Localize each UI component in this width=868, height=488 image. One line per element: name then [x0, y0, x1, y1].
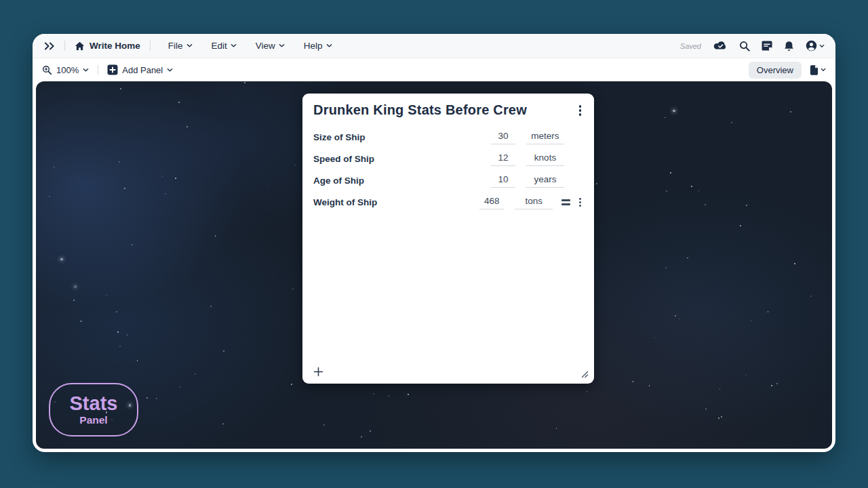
chevron-down-icon	[167, 68, 173, 73]
stat-row: Speed of Ship 12 knots	[302, 148, 594, 170]
home-icon	[75, 41, 85, 51]
stat-label[interactable]: Speed of Ship	[313, 154, 491, 164]
star	[810, 296, 812, 297]
menu-edit-label: Edit	[212, 41, 227, 51]
home-label: Write Home	[90, 41, 140, 51]
star	[267, 184, 269, 185]
notes-button[interactable]	[762, 41, 772, 51]
collapse-sidebar-button[interactable]	[43, 41, 55, 51]
stat-unit-input[interactable]: years	[526, 174, 564, 188]
page-menu-button[interactable]	[810, 65, 826, 75]
cloud-check-icon	[713, 41, 728, 51]
stat-value-input[interactable]: 10	[491, 174, 515, 188]
star	[587, 391, 588, 392]
star	[556, 428, 557, 429]
canvas[interactable]: Drunken King Stats Before Crew Size of S…	[36, 81, 832, 449]
add-panel-button[interactable]: Add Panel	[107, 64, 173, 75]
home-button[interactable]: Write Home	[75, 41, 140, 51]
stat-unit-input[interactable]: knots	[526, 152, 564, 166]
panel-menu-button[interactable]	[577, 102, 584, 119]
star	[132, 244, 133, 245]
star	[49, 196, 50, 197]
row-menu-button[interactable]	[577, 195, 583, 209]
stat-label[interactable]: Weight of Ship	[313, 197, 479, 207]
stat-unit-input[interactable]: tons	[515, 195, 553, 209]
menu-help[interactable]: Help	[302, 38, 334, 54]
separator	[64, 41, 65, 51]
star	[654, 338, 656, 339]
star	[124, 188, 125, 189]
star	[119, 346, 121, 347]
star	[74, 285, 77, 288]
star	[666, 190, 667, 192]
star	[705, 204, 706, 205]
star	[718, 418, 719, 419]
menu-file[interactable]: File	[167, 38, 194, 54]
add-row-button[interactable]	[311, 365, 326, 378]
stat-label[interactable]: Size of Ship	[313, 132, 491, 142]
menubar: Write Home File Edit View Help	[33, 34, 835, 58]
chevron-down-icon	[819, 44, 825, 48]
drag-handle-icon[interactable]	[561, 197, 571, 207]
notifications-button[interactable]	[784, 41, 794, 52]
chevron-down-icon	[326, 43, 332, 48]
resize-handle[interactable]	[579, 369, 590, 380]
badge-subtitle: Panel	[79, 413, 107, 426]
overview-button[interactable]: Overview	[749, 62, 802, 79]
star	[675, 315, 676, 317]
star	[54, 167, 55, 168]
star	[731, 122, 732, 123]
user-circle-icon	[806, 40, 817, 52]
star	[649, 385, 650, 386]
star	[175, 178, 176, 179]
star	[292, 289, 294, 290]
stats-panel-badge[interactable]: Stats Panel	[49, 383, 138, 436]
zoom-control[interactable]: 100%	[42, 65, 89, 75]
stat-value-input[interactable]: 12	[491, 152, 515, 166]
star	[223, 350, 224, 352]
stat-label[interactable]: Age of Ship	[313, 176, 491, 186]
chevron-down-icon	[186, 43, 193, 48]
star	[178, 102, 180, 103]
star	[771, 385, 772, 386]
star	[222, 424, 224, 425]
star	[117, 331, 119, 333]
double-chevron-right-icon	[43, 41, 55, 51]
zoom-level: 100%	[56, 65, 79, 75]
panel-title[interactable]: Drunken King Stats Before Crew	[313, 102, 527, 118]
star	[165, 193, 166, 195]
plus-icon	[313, 367, 323, 377]
stat-row: Age of Ship 10 years	[302, 170, 594, 192]
star	[767, 311, 768, 312]
row-icons	[561, 195, 583, 209]
stat-value-input[interactable]: 30	[491, 130, 515, 144]
separator	[150, 41, 151, 51]
star	[719, 388, 721, 390]
add-panel-label: Add Panel	[122, 65, 163, 75]
stat-unit-input[interactable]: meters	[526, 130, 564, 144]
menu-view-label: View	[256, 41, 275, 51]
star	[215, 235, 216, 237]
star	[186, 126, 188, 127]
star	[80, 321, 81, 322]
search-button[interactable]	[739, 41, 750, 52]
star	[295, 165, 296, 166]
star	[632, 381, 633, 382]
menu-group: File Edit View Help	[167, 38, 334, 54]
star	[210, 306, 212, 307]
star	[679, 319, 681, 320]
star	[291, 384, 292, 385]
account-menu-button[interactable]	[806, 40, 825, 52]
saved-status: Saved	[680, 42, 701, 50]
stats-panel-card[interactable]: Drunken King Stats Before Crew Size of S…	[302, 94, 594, 384]
panel-header: Drunken King Stats Before Crew	[302, 94, 594, 127]
menu-edit[interactable]: Edit	[210, 38, 238, 54]
star	[370, 430, 371, 432]
menu-view[interactable]: View	[254, 38, 286, 54]
star	[740, 225, 741, 226]
star	[691, 186, 692, 187]
star	[106, 295, 108, 296]
stat-value-input[interactable]: 468	[479, 195, 504, 209]
search-icon	[739, 41, 750, 52]
star	[721, 416, 722, 418]
